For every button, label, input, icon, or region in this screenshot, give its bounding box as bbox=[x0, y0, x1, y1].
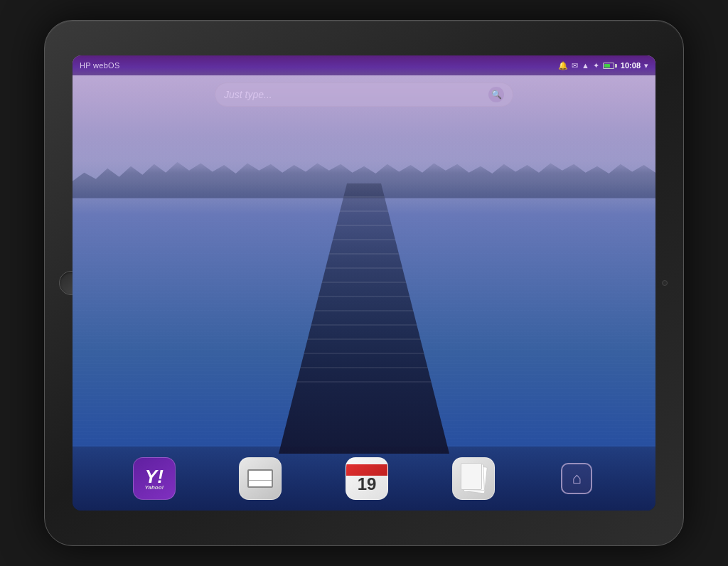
email-app-icon[interactable] bbox=[239, 457, 282, 500]
screen: HP webOS 🔔 ✉ ▲ ✦ 10:08 ▾ Just type... bbox=[73, 55, 655, 511]
camera bbox=[662, 280, 668, 286]
tablet-device: HP webOS 🔔 ✉ ▲ ✦ 10:08 ▾ Just type... bbox=[44, 20, 684, 546]
calendar-date: 19 bbox=[358, 476, 377, 493]
app-dock: Y! Yahoo! 19 bbox=[73, 447, 655, 511]
search-icon[interactable]: 🔍 bbox=[488, 87, 504, 102]
home-shape: ⌂ bbox=[561, 463, 592, 494]
memo-page-3 bbox=[461, 463, 482, 490]
envelope-icon bbox=[247, 469, 273, 488]
yahoo-label: Y! bbox=[145, 467, 164, 486]
yahoo-sublabel: Yahoo! bbox=[144, 484, 164, 491]
status-icons: 🔔 ✉ ▲ ✦ 10:08 ▾ bbox=[558, 61, 648, 70]
search-bar[interactable]: Just type... 🔍 bbox=[215, 82, 513, 107]
memo-app-icon[interactable] bbox=[452, 457, 495, 500]
brand-label: HP webOS bbox=[80, 61, 120, 70]
launcher-app-icon[interactable]: ⌂ bbox=[558, 460, 595, 497]
memo-pages-icon bbox=[461, 463, 486, 494]
search-placeholder: Just type... bbox=[224, 89, 488, 100]
calendar-app-icon[interactable]: 19 bbox=[346, 457, 388, 500]
clock: 10:08 bbox=[621, 61, 641, 70]
search-container: Just type... 🔍 bbox=[215, 82, 513, 107]
home-arrow-icon: ⌂ bbox=[572, 469, 582, 488]
dropdown-icon[interactable]: ▾ bbox=[644, 61, 648, 70]
battery-icon bbox=[603, 63, 617, 69]
status-bar: HP webOS 🔔 ✉ ▲ ✦ 10:08 ▾ bbox=[73, 55, 655, 75]
email-status-icon: ✉ bbox=[572, 61, 578, 70]
bluetooth-icon: ✦ bbox=[593, 61, 599, 70]
wifi-icon: ▲ bbox=[582, 61, 589, 70]
notification-icon: 🔔 bbox=[558, 61, 568, 70]
yahoo-app-icon[interactable]: Y! Yahoo! bbox=[133, 457, 176, 500]
